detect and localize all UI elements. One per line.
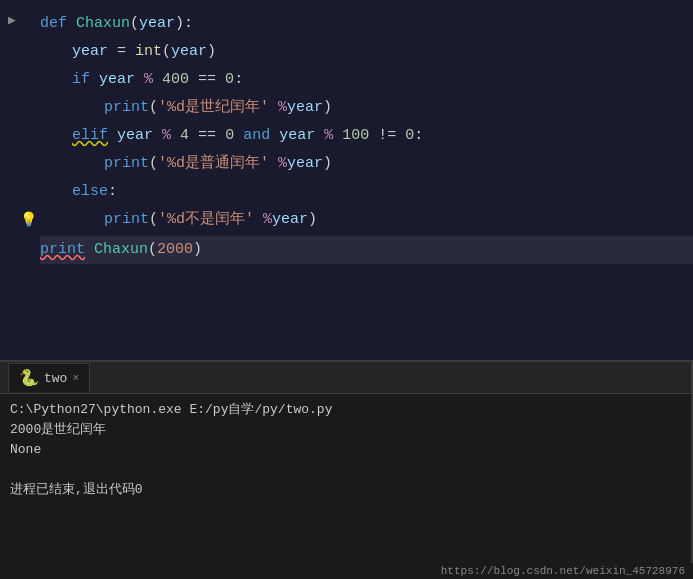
exit-line: 进程已结束,退出代码0 xyxy=(10,480,683,500)
var-year3: year xyxy=(117,122,153,150)
line-def: def Chaxun(year): xyxy=(40,10,693,38)
paren-close: ) xyxy=(175,10,184,38)
str1: '%d是世纪闰年' xyxy=(158,94,269,122)
code-block: def Chaxun(year): year = int(year) if ye… xyxy=(0,10,693,264)
bulb-icon: 💡 xyxy=(20,206,37,234)
num-100: 100 xyxy=(342,122,369,150)
op-mod3: % xyxy=(324,122,333,150)
cmd-line: C:\Python27\python.exe E:/py自学/py/two.py xyxy=(10,400,683,420)
output-line-1: 2000是世纪闰年 xyxy=(10,420,683,440)
snake-icon: 🐍 xyxy=(19,368,39,388)
line-elif: elif year % 4 == 0 and year % 100 != 0: xyxy=(40,122,693,150)
fn-call-chaxun: Chaxun xyxy=(94,236,148,264)
op-percent1: % xyxy=(278,94,287,122)
var-year4: year xyxy=(279,122,315,150)
output-line-none: None xyxy=(10,440,683,460)
arg-year3: year xyxy=(272,206,308,234)
keyword-print3: print xyxy=(104,206,149,234)
var-year2: year xyxy=(99,66,135,94)
terminal-tab-bar: 🐍 two × xyxy=(0,362,693,394)
var-year: year xyxy=(72,38,108,66)
function-name: Chaxun xyxy=(76,10,130,38)
terminal-area: 🐍 two × C:\Python27\python.exe E:/py自学/p… xyxy=(0,360,693,579)
tab-label: two xyxy=(44,371,67,386)
line-print1: print('%d是世纪闰年' %year) xyxy=(40,94,693,122)
terminal-tab[interactable]: 🐍 two × xyxy=(8,363,90,392)
op-percent3: % xyxy=(263,206,272,234)
line-year-assign: year = int(year) xyxy=(40,38,693,66)
editor-area: ▶ def Chaxun(year): year = int(year) if … xyxy=(0,0,693,360)
keyword-elif: elif xyxy=(72,122,108,150)
empty-line xyxy=(10,460,683,480)
op-mod: % xyxy=(144,66,153,94)
line-else: else: xyxy=(40,178,693,206)
keyword-and: and xyxy=(243,122,270,150)
op-mod2: % xyxy=(162,122,171,150)
bottom-bar: https://blog.csdn.net/weixin_45728976 xyxy=(433,563,693,579)
arg-year: year xyxy=(171,38,207,66)
paren-open: ( xyxy=(130,10,139,38)
num-0c: 0 xyxy=(405,122,414,150)
keyword-print2: print xyxy=(104,150,149,178)
keyword-print1: print xyxy=(104,94,149,122)
str2: '%d是普通闰年' xyxy=(158,150,269,178)
fn-int: int xyxy=(135,38,162,66)
terminal-content: C:\Python27\python.exe E:/py自学/py/two.py… xyxy=(0,394,693,506)
keyword-def: def xyxy=(40,10,76,38)
num-2000: 2000 xyxy=(157,236,193,264)
line-print3: 💡 print('%d不是闰年' %year) xyxy=(40,206,693,234)
str3: '%d不是闰年' xyxy=(158,206,254,234)
colon: : xyxy=(184,10,193,38)
num-0a: 0 xyxy=(225,66,234,94)
num-4: 4 xyxy=(180,122,189,150)
op-percent2: % xyxy=(278,150,287,178)
line-if: if year % 400 == 0: xyxy=(40,66,693,94)
close-icon[interactable]: × xyxy=(72,372,79,384)
arg-year1: year xyxy=(287,94,323,122)
line-call: print Chaxun(2000) xyxy=(40,236,693,264)
line-print2: print('%d是普通闰年' %year) xyxy=(40,150,693,178)
keyword-if: if xyxy=(72,66,99,94)
num-0b: 0 xyxy=(225,122,234,150)
keyword-else: else xyxy=(72,178,108,206)
num-400: 400 xyxy=(162,66,189,94)
param-year: year xyxy=(139,10,175,38)
arg-year2: year xyxy=(287,150,323,178)
keyword-print-call: print xyxy=(40,236,85,264)
